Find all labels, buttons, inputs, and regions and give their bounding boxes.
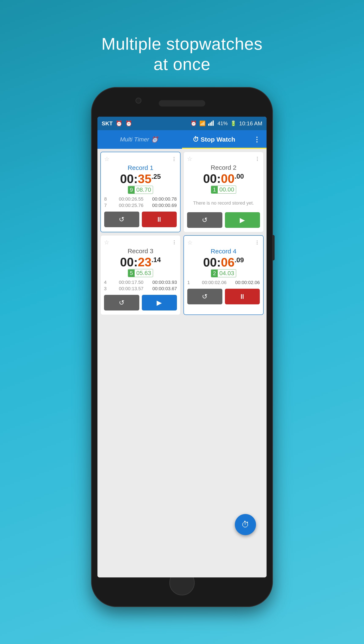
card3-play-button[interactable]: ▶ (142, 295, 177, 310)
stopwatch-card-3: ☆ ⋮ Record 3 00:23.14 5 05.63 (100, 235, 180, 315)
phone-side-button (272, 235, 274, 260)
card2-no-record: There is no record stored yet. (187, 196, 260, 212)
status-right: ⏰ 📶 41% 🔋 10:16 AM (190, 120, 262, 127)
add-stopwatch-fab[interactable]: ⏱ (235, 514, 256, 535)
card4-reset-button[interactable]: ↺ (187, 289, 222, 304)
card3-prefix: 00: (120, 255, 138, 269)
toolbar-menu-button[interactable]: ⋮ (251, 136, 262, 144)
card1-seconds: 35 (138, 172, 152, 186)
card3-title: Record 3 (104, 248, 177, 255)
app-toolbar: Multi Timer ⏰ ⏱ Stop Watch ⋮ (98, 130, 266, 149)
card4-prefix: 00: (203, 255, 221, 269)
card1-pause-button[interactable]: ⏸ (142, 212, 177, 227)
stopwatch-icon: ⏱ (192, 136, 199, 143)
card4-top-row: ☆ ⋮ (187, 239, 260, 246)
card2-title: Record 2 (187, 164, 260, 171)
tab-stopwatch-label: Stop Watch (200, 136, 235, 143)
card2-more[interactable]: ⋮ (255, 156, 260, 162)
card4-millis: .09 (234, 256, 244, 264)
status-bar: SKT ⏰ ⏰ ⏰ 📶 41% (98, 117, 266, 130)
card4-seconds: 06 (221, 255, 235, 269)
card4-title: Record 4 (187, 248, 260, 255)
card2-prefix: 00: (203, 172, 221, 185)
svg-rect-3 (213, 120, 214, 126)
card1-prefix: 00: (120, 172, 138, 186)
card2-best-num: 1 (211, 186, 218, 194)
card4-time: 00:06.09 (187, 256, 260, 268)
card3-more[interactable]: ⋮ (172, 240, 177, 245)
stopwatch-card-1: ☆ ⋮ Record 1 00:35.25 9 08.70 (100, 152, 180, 232)
card2-buttons: ↺ ▶ (187, 212, 260, 228)
card1-lap-7: 7 00:00:25.76 00:00:00.69 (104, 203, 177, 208)
stopwatch-card-2: ☆ ⋮ Record 2 00:00.00 1 00.00 There is n… (184, 152, 264, 232)
card1-reset-button[interactable]: ↺ (104, 212, 139, 227)
card1-title: Record 1 (104, 164, 177, 172)
active-tab-indicator (182, 148, 266, 149)
tab-stop-watch[interactable]: ⏱ Stop Watch (176, 136, 251, 143)
card1-buttons: ↺ ⏸ (104, 212, 177, 227)
card3-millis: .14 (151, 256, 161, 264)
card1-star[interactable]: ☆ (104, 156, 110, 162)
card3-best-time: 05.63 (135, 269, 153, 277)
tab-timer-label: Multi Timer (120, 136, 149, 143)
card3-lap-4: 4 00:00:17.50 00:00:03.93 (104, 280, 177, 285)
phone-screen: SKT ⏰ ⏰ ⏰ 📶 41% (98, 117, 266, 578)
card4-buttons: ↺ ⏸ (187, 289, 260, 304)
card1-lap-8: 8 00:00:26.55 00:00:00.78 (104, 196, 177, 202)
wifi-icon: 📶 (199, 120, 206, 126)
card4-more[interactable]: ⋮ (255, 240, 260, 246)
phone-body: SKT ⏰ ⏰ ⏰ 📶 41% (91, 87, 273, 607)
alarm-icon1: ⏰ (116, 120, 122, 127)
card2-millis: .00 (234, 172, 244, 180)
phone-speaker (159, 100, 205, 106)
timer-icon: ⏰ (151, 136, 158, 143)
card1-time: 00:35.25 (104, 173, 177, 185)
carrier-label: SKT (102, 120, 113, 127)
card2-best-time: 00.00 (218, 186, 236, 194)
card2-time: 00:00.00 (187, 172, 260, 185)
card3-seconds: 23 (138, 255, 152, 269)
card4-star[interactable]: ☆ (187, 239, 192, 246)
phone-device: SKT ⏰ ⏰ ⏰ 📶 41% (91, 87, 273, 607)
time-display: 10:16 AM (239, 120, 262, 127)
card4-lap-best: 2 04.03 (187, 269, 260, 277)
card1-best-num: 9 (128, 186, 134, 194)
headline-line2: at once (154, 55, 210, 74)
card3-top-row: ☆ ⋮ (104, 239, 177, 246)
card3-lap-best: 5 05.63 (104, 269, 177, 277)
svg-rect-0 (208, 124, 209, 126)
card2-seconds: 00 (221, 172, 235, 185)
headline-line1: Multiple stopwatches (102, 34, 263, 53)
card2-lap-best: 1 00.00 (187, 186, 260, 194)
card2-top-row: ☆ ⋮ (187, 155, 260, 162)
card1-lap-list: 8 00:00:26.55 00:00:00.78 7 00:00:25.76 … (104, 196, 177, 208)
card1-best-time: 08.70 (135, 186, 153, 194)
card1-lap-best: 9 08.70 (104, 186, 177, 194)
alarm-icon2: ⏰ (125, 120, 132, 127)
card3-time: 00:23.14 (104, 256, 177, 268)
card2-reset-button[interactable]: ↺ (187, 212, 222, 228)
card4-lap-1: 1 00:00:02.06 00:00:02.06 (187, 280, 260, 285)
card3-lap-list: 4 00:00:17.50 00:00:03.93 3 00:00:13.57 … (104, 280, 177, 292)
card1-more[interactable]: ⋮ (172, 156, 177, 162)
card3-buttons: ↺ ▶ (104, 295, 177, 310)
alarm-icon3: ⏰ (190, 120, 197, 126)
battery-icon: 🔋 (230, 120, 236, 126)
status-left: SKT ⏰ ⏰ (102, 120, 132, 127)
signal-icon (208, 120, 215, 127)
card4-best-num: 2 (211, 270, 218, 277)
svg-rect-2 (211, 122, 212, 126)
headline: Multiple stopwatches at once (102, 17, 263, 74)
stopwatch-card-4: ☆ ⋮ Record 4 00:06.09 2 04.03 (184, 235, 264, 315)
stopwatch-grid: ☆ ⋮ Record 1 00:35.25 9 08.70 (98, 149, 266, 578)
card3-reset-button[interactable]: ↺ (104, 295, 139, 310)
card2-play-button[interactable]: ▶ (225, 212, 260, 228)
card2-star[interactable]: ☆ (187, 155, 192, 162)
tab-multi-timer[interactable]: Multi Timer ⏰ (102, 136, 176, 143)
card3-lap-3: 3 00:00:13.57 00:00:03.67 (104, 286, 177, 292)
card1-top-row: ☆ ⋮ (104, 156, 177, 162)
card3-star[interactable]: ☆ (104, 239, 109, 246)
card4-pause-button[interactable]: ⏸ (225, 289, 260, 304)
svg-rect-1 (210, 122, 211, 126)
battery-pct: 41% (218, 120, 228, 126)
